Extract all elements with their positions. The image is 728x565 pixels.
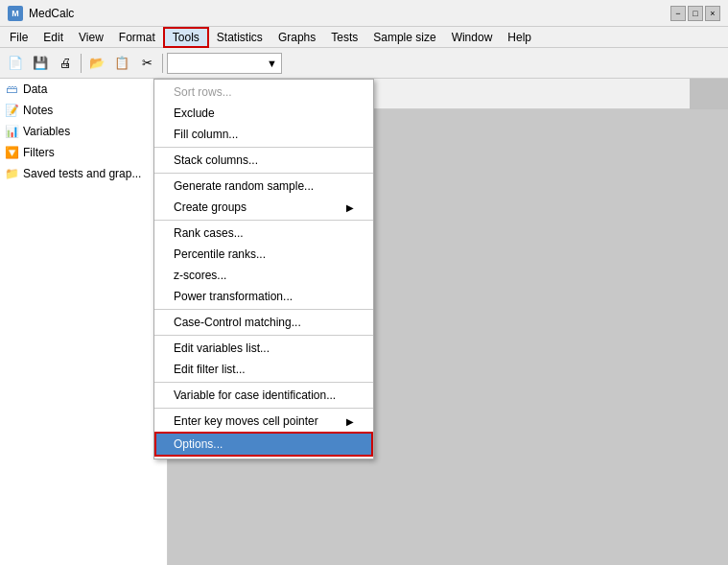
sidebar-item-data[interactable]: 🗃 Data: [0, 79, 167, 100]
menu-sample-size[interactable]: Sample size: [365, 27, 443, 48]
sep-1: [154, 147, 373, 148]
sidebar-item-data-label: Data: [23, 82, 47, 96]
sort-rows-label: Sort rows...: [174, 85, 232, 99]
rank-cases-label: Rank cases...: [174, 226, 244, 240]
menu-file[interactable]: File: [2, 27, 35, 48]
app-icon: M: [8, 6, 23, 21]
font-dropdown[interactable]: ▼: [167, 53, 282, 74]
edit-filter-label: Edit filter list...: [174, 363, 246, 376]
copy-button[interactable]: 📋: [110, 52, 133, 75]
edit-variables-label: Edit variables list...: [174, 341, 270, 355]
exclude-label: Exclude: [174, 106, 215, 120]
variable-case-id-label: Variable for case identification...: [174, 388, 336, 402]
menu-options[interactable]: Options...: [154, 432, 373, 457]
options-label: Options...: [174, 437, 223, 451]
percentile-ranks-label: Percentile ranks...: [174, 247, 266, 261]
sidebar-item-variables-label: Variables: [23, 125, 70, 138]
menu-statistics[interactable]: Statistics: [209, 27, 270, 48]
fill-column-label: Fill column...: [174, 128, 238, 141]
menu-help[interactable]: Help: [500, 27, 539, 48]
sidebar-item-filters[interactable]: 🔽 Filters: [0, 142, 167, 163]
menu-enter-key[interactable]: Enter key moves cell pointer ▶: [154, 411, 373, 432]
new-button[interactable]: 📄: [4, 52, 27, 75]
data-icon: 🗃: [4, 82, 19, 97]
create-groups-arrow: ▶: [346, 202, 354, 213]
font-dropdown-arrow: ▼: [267, 58, 277, 69]
enter-key-arrow: ▶: [346, 416, 354, 427]
toolbar-sep-2: [162, 54, 163, 73]
notes-icon: 📝: [4, 103, 19, 118]
generate-random-label: Generate random sample...: [174, 179, 314, 193]
minimize-button[interactable]: −: [670, 6, 686, 21]
menu-tools[interactable]: Tools: [163, 27, 209, 48]
menu-format[interactable]: Format: [111, 27, 163, 48]
menu-generate-random[interactable]: Generate random sample...: [154, 176, 373, 197]
sidebar-panel: 🗃 Data 📝 Notes 📊 Variables 🔽 Filters 📁 S…: [0, 79, 168, 565]
sep-5: [154, 335, 373, 336]
saved-tests-icon: 📁: [4, 166, 19, 181]
toolbar-sep-1: [81, 54, 82, 73]
stack-columns-label: Stack columns...: [174, 153, 258, 167]
menu-create-groups[interactable]: Create groups ▶: [154, 197, 373, 218]
menu-fill-column[interactable]: Fill column...: [154, 124, 373, 145]
menu-window[interactable]: Window: [444, 27, 501, 48]
save-button[interactable]: 💾: [29, 52, 52, 75]
menu-power-transformation[interactable]: Power transformation...: [154, 286, 373, 307]
variables-icon: 📊: [4, 124, 19, 139]
enter-key-label: Enter key moves cell pointer: [174, 414, 318, 428]
menu-exclude[interactable]: Exclude: [154, 103, 373, 124]
filters-icon: 🔽: [4, 145, 19, 160]
close-button[interactable]: ×: [705, 6, 720, 21]
menu-edit-variables-list[interactable]: Edit variables list...: [154, 338, 373, 359]
sidebar-item-saved-tests[interactable]: 📁 Saved tests and grap...: [0, 163, 167, 184]
power-transformation-label: Power transformation...: [174, 290, 293, 303]
sep-6: [154, 382, 373, 383]
menu-variable-case-id[interactable]: Variable for case identification...: [154, 385, 373, 406]
sidebar-item-notes[interactable]: 📝 Notes: [0, 100, 167, 121]
tools-dropdown-container: Sort rows... Exclude Fill column... Stac…: [153, 79, 374, 459]
sidebar-item-filters-label: Filters: [23, 146, 55, 159]
menu-z-scores[interactable]: z-scores...: [154, 265, 373, 286]
z-scores-label: z-scores...: [174, 269, 226, 282]
sep-2: [154, 173, 373, 174]
sep-4: [154, 309, 373, 310]
menu-edit[interactable]: Edit: [35, 27, 71, 48]
menu-tests[interactable]: Tests: [323, 27, 365, 48]
menu-edit-filter-list[interactable]: Edit filter list...: [154, 359, 373, 380]
menu-case-control-matching[interactable]: Case-Control matching...: [154, 312, 373, 333]
maximize-button[interactable]: □: [688, 6, 703, 21]
create-groups-label: Create groups: [174, 200, 247, 214]
menu-percentile-ranks[interactable]: Percentile ranks...: [154, 244, 373, 265]
print-button[interactable]: 🖨: [54, 52, 77, 75]
case-control-label: Case-Control matching...: [174, 316, 301, 329]
sidebar-item-notes-label: Notes: [23, 104, 53, 117]
menu-bar: File Edit View Format Tools Statistics G…: [0, 27, 728, 48]
menu-view[interactable]: View: [71, 27, 111, 48]
tools-dropdown-menu: Sort rows... Exclude Fill column... Stac…: [153, 79, 374, 459]
app-title: MedCalc: [29, 7, 74, 20]
main-toolbar: 📄 💾 🖨 📂 📋 ✂ ▼: [0, 48, 728, 79]
open-button[interactable]: 📂: [85, 52, 108, 75]
sep-7: [154, 408, 373, 409]
sep-3: [154, 220, 373, 221]
menu-graphs[interactable]: Graphs: [270, 27, 323, 48]
title-bar: M MedCalc − □ ×: [0, 0, 728, 27]
sidebar-item-variables[interactable]: 📊 Variables: [0, 121, 167, 142]
menu-rank-cases[interactable]: Rank cases...: [154, 223, 373, 244]
menu-stack-columns[interactable]: Stack columns...: [154, 150, 373, 171]
sidebar-item-saved-tests-label: Saved tests and grap...: [23, 167, 141, 180]
menu-sort-rows[interactable]: Sort rows...: [154, 82, 373, 103]
window-controls: − □ ×: [670, 6, 720, 21]
cut-button[interactable]: ✂: [135, 52, 158, 75]
